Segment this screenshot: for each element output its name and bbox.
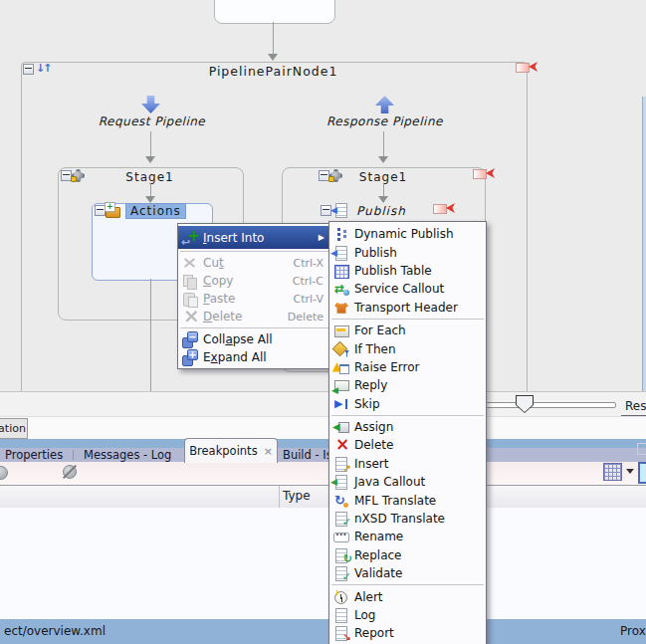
menu-item-label: Reply — [354, 378, 387, 392]
menu-item-publish-table[interactable]: Publish Table — [329, 262, 486, 280]
panel-float-icon[interactable] — [637, 443, 646, 455]
canvas-vertical-scrollbar[interactable] — [642, 97, 646, 391]
menu-item-label: Paste — [203, 292, 235, 306]
breakpoints-table-header: Type — [0, 485, 646, 509]
tab-build-issues[interactable]: Build - Is — [283, 449, 332, 462]
result-tab-label[interactable]: Resu — [625, 399, 646, 413]
request-stage-label[interactable]: Stage1 — [58, 170, 242, 184]
menu-item-label: Replace — [354, 548, 401, 562]
menu-item-label: Service Callout — [354, 282, 444, 296]
start-node[interactable] — [214, 0, 335, 24]
menu-item-log[interactable]: Log — [329, 606, 486, 624]
publish-action-label[interactable]: Publish — [356, 204, 406, 218]
menu-item-reply[interactable]: Reply — [329, 376, 486, 394]
menu-separator — [180, 251, 328, 252]
menu-item-alert[interactable]: Alert — [329, 587, 486, 605]
connector-line — [150, 183, 151, 196]
menu-item-label: For Each — [354, 323, 406, 337]
status-bar: ect/overview.xml Prox — [0, 619, 646, 644]
table-view-icon[interactable] — [603, 463, 622, 481]
close-icon[interactable]: × — [264, 445, 273, 458]
collapse-toggle-icon[interactable] — [23, 64, 34, 75]
menu-shortcut: Ctrl-C — [293, 275, 330, 288]
request-pipeline-label[interactable]: Request Pipeline — [95, 114, 209, 128]
menu-item-insert-into[interactable]: Insert Into▶ — [178, 226, 330, 249]
breakpoint-flag-icon — [433, 203, 455, 213]
service-callout-icon — [332, 281, 350, 297]
menu-item-label: Assign — [354, 420, 393, 434]
menu-item-replace[interactable]: Replace — [329, 546, 486, 564]
menu-item-assign[interactable]: Assign — [329, 418, 486, 436]
log-icon — [332, 607, 350, 623]
menu-item-label: nXSD Translate — [354, 512, 445, 526]
menu-item-dynamic-publish[interactable]: Dynamic Publish — [329, 225, 486, 243]
breakpoint-enabled-icon[interactable] — [0, 466, 8, 480]
editor-bottom-tab[interactable]: ation — [0, 418, 28, 439]
breakpoint-flag-icon — [473, 168, 495, 178]
zoom-slider-track[interactable] — [484, 402, 616, 408]
editor-bottom-tabstrip: ation — [0, 416, 646, 440]
menu-item-label: MFL Translate — [354, 494, 436, 508]
menu-item-transport-header[interactable]: Transport Header — [329, 299, 486, 317]
menu-item-expand-all[interactable]: Expand All — [178, 348, 330, 366]
menu-item-validate[interactable]: Validate — [329, 564, 486, 582]
actions-folder-icon — [106, 207, 120, 218]
menu-separator — [331, 584, 484, 585]
breakpoint-disabled-icon[interactable] — [63, 465, 77, 479]
raise-error-icon — [332, 359, 350, 375]
menu-item-label: Rename — [354, 530, 403, 543]
menu-item-label: Insert Into — [203, 231, 264, 245]
chevron-down-icon[interactable] — [626, 469, 634, 474]
menu-item-java-callout[interactable]: Java Callout — [329, 473, 486, 491]
pipeline-pair-label[interactable]: PipelinePairNode1 — [21, 64, 526, 79]
column-header-type[interactable]: Type — [283, 489, 311, 503]
nxsd-translate-icon — [332, 511, 350, 527]
menu-item-for-each[interactable]: For Each — [329, 322, 486, 339]
menu-item-label: Cut — [203, 256, 224, 270]
connector-arrowhead — [378, 196, 388, 203]
reply-icon — [332, 377, 350, 393]
menu-item-publish[interactable]: Publish — [329, 243, 486, 261]
column-divider[interactable] — [279, 486, 280, 508]
menu-item-paste: PasteCtrl-V — [178, 290, 330, 308]
connector-arrowhead — [268, 54, 278, 61]
skip-icon — [332, 396, 350, 412]
menu-item-rename[interactable]: Rename — [329, 528, 486, 545]
stage-gear-icon — [74, 171, 83, 180]
menu-item-label: Delete — [354, 438, 393, 452]
connector-arrowhead — [145, 156, 155, 163]
menu-item-mfl-translate[interactable]: MFL Translate — [329, 491, 486, 509]
menu-separator — [180, 327, 328, 328]
menu-item-skip[interactable]: Skip — [329, 395, 486, 413]
response-pipeline-label[interactable]: Response Pipeline — [326, 114, 441, 128]
menu-item-collapse-all[interactable]: Collapse All — [178, 330, 330, 348]
assign-icon — [332, 419, 350, 435]
menu-item-if-then[interactable]: If Then — [329, 339, 486, 357]
menu-item-service-callout[interactable]: Service Callout — [329, 280, 486, 298]
menu-item-report[interactable]: Report — [329, 624, 486, 642]
menu-shortcut: Ctrl-V — [294, 293, 330, 306]
zoom-slider-thumb[interactable] — [516, 395, 534, 413]
menu-item-label: Dynamic Publish — [354, 227, 454, 241]
menu-item-delete: DeleteDelete — [178, 308, 330, 325]
tab-breakpoints-label: Breakpoints — [189, 444, 257, 458]
menu-item-nxsd-translate[interactable]: nXSD Translate — [329, 510, 486, 528]
actions-label[interactable]: Actions — [125, 203, 186, 219]
breakpoints-table-body[interactable] — [0, 508, 646, 619]
menu-separator — [331, 415, 484, 416]
menu-item-label: Publish Table — [354, 264, 432, 278]
tab-properties[interactable]: Properties — [5, 449, 63, 462]
menu-item-delete[interactable]: Delete — [329, 436, 486, 454]
menu-item-insert[interactable]: Insert — [329, 455, 486, 473]
context-menu: Insert Into▶CutCtrl-XCopyCtrl-CPasteCtrl… — [177, 223, 331, 369]
tab-messages-log[interactable]: Messages - Log — [84, 449, 171, 462]
collapse-all-icon — [181, 331, 199, 347]
find-icon[interactable] — [638, 462, 646, 484]
diagram-zoom-strip: Resu — [0, 392, 646, 416]
cut-icon — [181, 255, 199, 271]
menu-item-raise-error[interactable]: Raise Error — [329, 358, 486, 376]
tab-breakpoints[interactable]: Breakpoints × — [184, 438, 278, 463]
expand-all-icon — [181, 349, 199, 365]
dynamic-publish-icon — [332, 226, 350, 242]
pipeline-pair-icon: ↓↑ — [36, 62, 50, 75]
